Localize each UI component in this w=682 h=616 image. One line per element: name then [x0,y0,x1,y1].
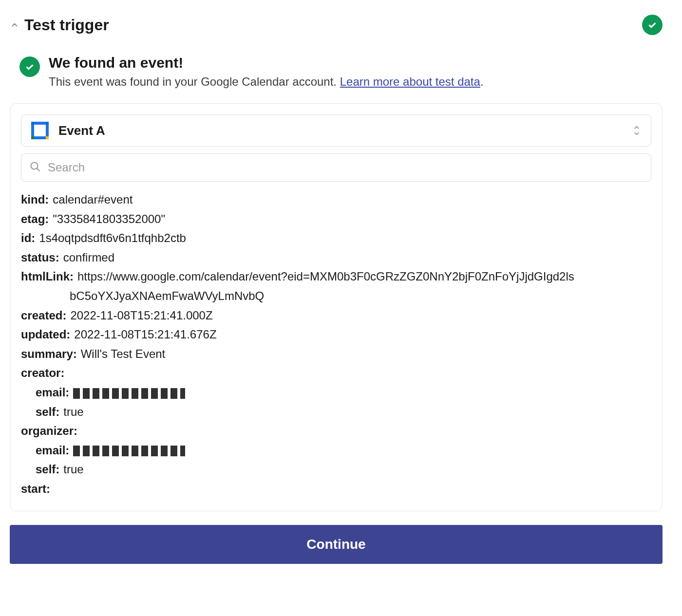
checkmark-icon [19,56,40,77]
field-etag: etag: "3335841803352000" [21,211,651,227]
search-input[interactable] [48,161,643,174]
svg-rect-3 [31,125,34,136]
field-organizer-self: self: true [21,461,651,478]
svg-rect-10 [46,136,49,139]
field-kind: kind: calendar#event [21,191,651,208]
field-htmllink: htmlLink: https://www.google.com/calenda… [21,268,651,285]
svg-rect-4 [46,125,49,136]
field-htmllink-cont: bC5oYXJyaXNAemFwaWVyLmNvbQ [21,288,651,304]
redacted-email [73,446,185,456]
found-title: We found an event! [49,55,653,71]
found-event-message: We found an event! This event was found … [10,50,663,103]
event-fields-list: kind: calendar#event etag: "333584180335… [21,191,651,497]
field-creator: creator: [21,365,651,381]
field-organizer: organizer: [21,423,651,439]
redacted-email [73,388,185,399]
checkmark-icon [642,15,663,35]
search-field[interactable] [21,153,651,182]
section-title: Test trigger [24,16,109,34]
chevron-up-icon[interactable] [10,20,19,30]
field-status: status: confirmed [21,249,651,266]
up-down-chevron-icon [632,125,642,136]
field-organizer-email: email: [21,442,651,459]
field-created: created: 2022-11-08T15:21:41.000Z [21,307,651,324]
field-creator-email: email: [21,384,651,401]
svg-rect-5 [31,122,34,125]
field-summary: summary: Will's Test Event [21,346,651,362]
svg-rect-2 [34,136,46,139]
event-selector-label: Event A [58,123,632,138]
continue-button[interactable]: Continue [10,525,663,564]
google-calendar-icon [30,121,50,140]
section-header: Test trigger [10,10,663,50]
found-subtitle: This event was found in your Google Cale… [49,75,653,89]
field-creator-self: self: true [21,404,651,420]
field-start: start: [21,481,651,497]
svg-rect-0 [34,125,46,136]
field-updated: updated: 2022-11-08T15:21:41.676Z [21,326,651,343]
event-selector[interactable]: Event A [21,114,651,147]
search-icon [29,161,48,174]
svg-rect-1 [34,122,46,125]
field-id: id: 1s4oqtpdsdft6v6n1tfqhb2ctb [21,230,651,246]
svg-rect-7 [31,136,34,139]
svg-rect-6 [46,122,49,125]
learn-more-link[interactable]: Learn more about test data [340,75,480,88]
event-data-panel: Event A kind: calendar#event etag: "3335… [10,103,663,511]
